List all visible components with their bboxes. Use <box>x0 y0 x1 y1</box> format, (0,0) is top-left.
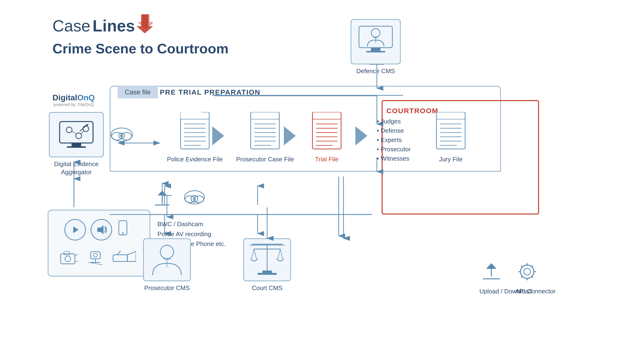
trial-file-doc <box>310 112 344 153</box>
svg-line-28 <box>81 131 84 134</box>
court-cms-box <box>243 238 291 281</box>
svg-marker-81 <box>97 225 104 234</box>
chevron-svg-2 <box>284 126 300 145</box>
svg-rect-86 <box>64 252 70 255</box>
dea-from-media-arrow <box>67 176 81 210</box>
svg-point-75 <box>371 28 380 37</box>
prosecutor-cms-label: Prosecutor CMS <box>144 284 190 292</box>
case-file-label: Case file <box>118 86 158 98</box>
svg-marker-131 <box>486 263 496 269</box>
svg-line-27 <box>72 131 76 134</box>
camera-icon <box>60 248 81 267</box>
police-evidence-doc <box>178 112 212 153</box>
jury-file-node: Jury File <box>434 112 468 163</box>
defence-cms-node: Defence CMS <box>350 19 401 75</box>
media-label-line2: Police AV recording <box>158 229 226 239</box>
media-sources-box <box>48 210 150 277</box>
svg-rect-64 <box>436 112 465 149</box>
court-down-arrow <box>260 207 274 241</box>
speaker-icon <box>91 219 112 241</box>
svg-line-123 <box>280 249 283 259</box>
chevron-2 <box>284 126 300 146</box>
svg-rect-74 <box>366 51 385 52</box>
svg-line-142 <box>521 276 522 278</box>
digital-onq-name: DigitalOnQ <box>52 93 95 102</box>
camera-svg <box>60 251 79 265</box>
svg-line-121 <box>254 249 256 259</box>
chevron-svg-3 <box>356 126 372 145</box>
prosecutor-cms-node: Prosecutor CMS <box>143 238 191 292</box>
svg-marker-63 <box>356 126 367 145</box>
speaker-svg <box>96 224 107 236</box>
svg-line-87 <box>75 254 78 256</box>
defence-cms-label: Defence CMS <box>356 67 395 75</box>
svg-point-25 <box>76 133 82 139</box>
jury-file-doc <box>434 112 468 153</box>
logo: Case Lines <box>52 14 153 37</box>
phone-svg <box>117 220 129 239</box>
digital-evidence-node: Digital Evidence Aggregator <box>48 112 105 176</box>
audience-prosecutor: Prosecutor <box>377 145 411 154</box>
svg-rect-23 <box>67 146 86 148</box>
cctv-svg <box>112 251 136 265</box>
diagram-container: Case Lines Crime Scene to Courtroom Digi… <box>0 0 644 337</box>
court-cms-icon <box>247 242 288 278</box>
svg-line-96 <box>117 252 120 255</box>
cloud-gear-middle-svg <box>181 188 208 210</box>
defence-cms-box <box>350 19 401 64</box>
digital-evidence-icon <box>57 119 96 150</box>
svg-rect-55 <box>312 112 341 149</box>
jury-file-label: Jury File <box>439 155 462 163</box>
court-cms-node: Court CMS <box>243 238 291 292</box>
svg-rect-73 <box>371 48 380 51</box>
audience-defense: Defense <box>377 126 411 135</box>
svg-marker-54 <box>284 126 296 145</box>
play-icon <box>64 219 86 241</box>
police-evidence-label: Police Evidence File <box>167 155 223 163</box>
svg-line-141 <box>532 266 533 267</box>
svg-rect-84 <box>60 254 75 264</box>
updown-svg <box>155 181 174 219</box>
svg-rect-46 <box>251 112 279 149</box>
prosecutor-case-label: Prosecutor Case File <box>236 155 294 163</box>
ptz-camera-icon <box>86 248 107 267</box>
phone-icon <box>117 219 134 241</box>
digital-evidence-label: Digital Evidence Aggregator <box>48 160 105 176</box>
svg-point-90 <box>94 253 97 257</box>
svg-point-83 <box>122 233 124 235</box>
svg-rect-22 <box>72 143 81 146</box>
media-label-line1: BWC / Dashcam <box>158 219 226 229</box>
play-svg <box>70 225 80 235</box>
cctv-icon <box>112 248 138 267</box>
ptz-svg <box>86 249 105 266</box>
svg-rect-89 <box>91 252 100 259</box>
svg-marker-95 <box>127 252 136 262</box>
svg-rect-125 <box>258 273 277 275</box>
chevron-1 <box>212 126 229 146</box>
prosecutor-cms-box <box>143 238 191 281</box>
trial-to-court-arrow <box>329 176 348 238</box>
upload-download-svg <box>480 260 503 284</box>
digital-onq-sub: powered by: FileOnQ <box>52 102 95 107</box>
svg-marker-45 <box>212 126 224 145</box>
defence-cms-icon <box>356 24 395 60</box>
caselines-logo: Case Lines <box>52 14 153 36</box>
svg-rect-37 <box>180 112 202 119</box>
svg-rect-124 <box>262 271 272 273</box>
trial-file-label: Trial File <box>315 155 339 163</box>
chevron-svg-1 <box>212 126 229 145</box>
court-cms-label: Court CMS <box>252 284 283 292</box>
cloud-gear-icon <box>107 126 136 149</box>
svg-line-140 <box>532 276 533 278</box>
page-title: Crime Scene to Courtroom <box>52 40 228 56</box>
prosecutor-cms-icon <box>148 242 186 278</box>
svg-rect-94 <box>113 255 127 262</box>
api-connector-svg <box>515 260 539 284</box>
svg-point-134 <box>524 268 530 275</box>
svg-point-85 <box>65 256 70 262</box>
cloud-gear-svg <box>107 126 136 148</box>
pre-trial-label: PRE TRIAL PREPARATION <box>160 88 260 96</box>
trial-file-node: Trial File <box>310 112 344 163</box>
digital-onq-brand: DigitalOnQ powered by: FileOnQ <box>52 93 95 107</box>
svg-marker-80 <box>73 226 78 233</box>
